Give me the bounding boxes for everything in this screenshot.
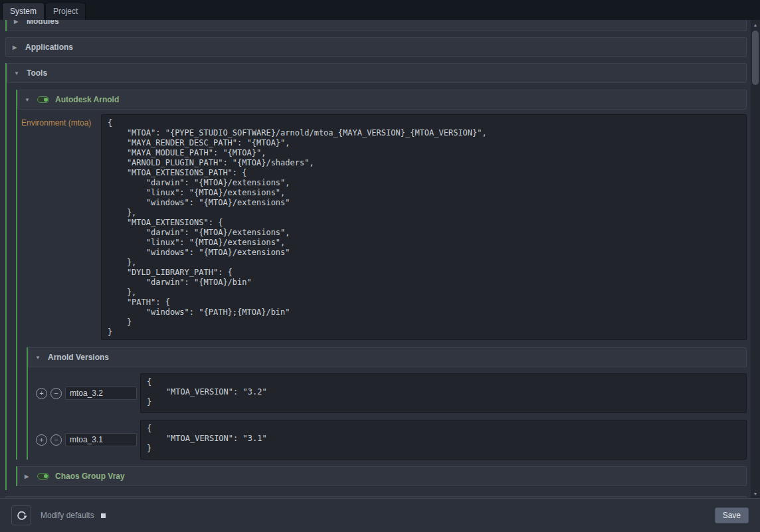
modify-defaults-label: Modify defaults [41,511,94,520]
version-key-input[interactable] [65,387,137,400]
version-item-row: + − { "MTOA_VERSION": "3.1" } [36,420,747,460]
section-tools: ▼ Tools ▼ Autodesk Arnold Environment (m… [5,63,747,490]
chevron-down-icon: ▼ [35,355,42,361]
refresh-button[interactable] [11,505,31,525]
section-header-arnold-versions[interactable]: ▼ Arnold Versions [28,347,747,367]
chevron-right-icon: ▶ [14,20,21,25]
section-header-applications[interactable]: ▶ Applications [5,37,747,57]
remove-item-button[interactable]: − [50,434,62,446]
remove-item-button[interactable]: − [50,388,62,399]
enabled-toggle-icon[interactable] [37,96,49,103]
section-autodesk-arnold: ▼ Autodesk Arnold Environment (mtoa) { "… [16,90,747,460]
environment-row: Environment (mtoa) { "MTOA": "{PYPE_STUD… [19,114,747,340]
chevron-down-icon: ▼ [25,97,31,103]
version-key-input[interactable] [65,433,137,446]
enabled-toggle-icon[interactable] [37,473,49,480]
section-label-modules: Modules [27,20,59,26]
add-item-button[interactable]: + [36,434,47,446]
section-header-modules[interactable]: ▶ Modules [7,20,747,31]
environment-label: Environment (mtoa) [19,114,98,128]
section-label-arnold-versions: Arnold Versions [48,353,109,362]
tab-project[interactable]: Project [45,3,86,20]
version-item-row: + − { "MTOA_VERSION": "3.2" } [36,373,747,413]
refresh-icon [16,510,27,521]
chevron-down-icon: ▼ [14,70,21,76]
section-applications: ▶ Applications [5,37,747,57]
section-modules: ▶ Modules [5,20,747,31]
version-json-input[interactable]: { "MTOA_VERSION": "3.2" } [140,373,747,413]
settings-panel: ▶ Modules ▶ Applications ▼ Tools ▼ Autod… [0,20,751,498]
arnold-children: Environment (mtoa) { "MTOA": "{PYPE_STUD… [17,110,747,460]
section-arnold-versions: ▼ Arnold Versions + − { "MTOA_VERSION": … [27,347,747,460]
environment-json-input[interactable]: { "MTOA": "{PYPE_STUDIO_SOFTWARE}/arnold… [101,114,747,340]
add-item-button[interactable]: + [36,388,47,399]
modified-indicator-icon [101,513,106,518]
scroll-down-button[interactable]: ▼ [751,489,760,498]
footer-bar: Modify defaults Save [0,498,760,532]
chevron-right-icon: ▶ [25,474,31,480]
section-header-chaos-group-vray[interactable]: ▶ Chaos Group Vray [17,466,747,486]
section-label-autodesk-arnold: Autodesk Arnold [55,95,119,104]
scrollbar[interactable]: ▲ ▼ [751,20,760,498]
tab-system[interactable]: System [2,3,45,20]
section-header-autodesk-arnold[interactable]: ▼ Autodesk Arnold [17,90,747,110]
arnold-versions-children: + − { "MTOA_VERSION": "3.2" } + − { "MTO… [28,367,747,460]
scroll-down-icon: ▼ [753,491,758,496]
tools-children: ▼ Autodesk Arnold Environment (mtoa) { "… [7,83,747,490]
section-label-tools: Tools [27,68,47,78]
tab-bar: System Project [0,0,760,20]
scroll-up-button[interactable]: ▲ [751,20,760,29]
scrollbar-thumb[interactable] [752,31,759,85]
chevron-right-icon: ▶ [13,44,19,50]
version-json-input[interactable]: { "MTOA_VERSION": "3.1" } [140,420,747,460]
section-chaos-group-vray: ▶ Chaos Group Vray [16,466,747,486]
save-button[interactable]: Save [715,507,749,523]
section-label-chaos-group-vray: Chaos Group Vray [55,472,125,481]
section-header-tools[interactable]: ▼ Tools [7,63,747,83]
scroll-up-icon: ▲ [753,23,758,27]
section-label-applications: Applications [25,43,73,52]
